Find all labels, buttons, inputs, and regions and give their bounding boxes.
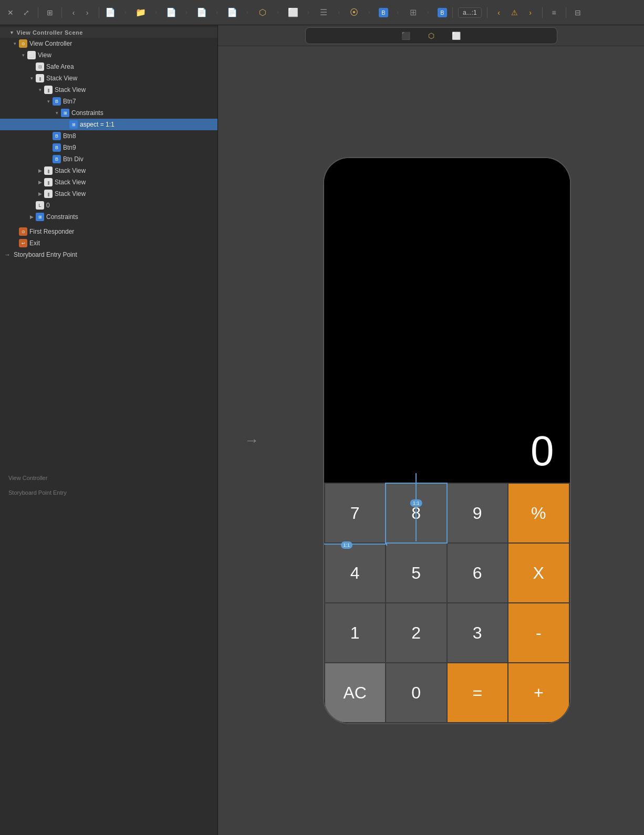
storyboard-entry-item[interactable]: → Storyboard Entry Point — [0, 249, 217, 260]
toolbar-separator-4 — [452, 7, 453, 18]
toolbar-separator-5 — [487, 7, 487, 18]
tree-item-stack-view-5[interactable]: ||| Stack View — [0, 188, 217, 200]
chevron-right-icon-11: › — [422, 6, 434, 19]
label-0-icon: L — [36, 201, 44, 210]
disclosure-btn9 — [44, 143, 53, 152]
btn7-icon: B — [53, 97, 61, 106]
calc-btn-2[interactable]: 2 — [386, 603, 446, 662]
display-number: 0 — [531, 430, 554, 472]
stack-view-2-icon: ||| — [44, 86, 53, 94]
menu-icon[interactable]: ≡ — [548, 6, 560, 19]
calc-btn-8[interactable]: 81:1 — [386, 484, 446, 542]
square-icon[interactable]: ⬜ — [287, 7, 299, 18]
expand-icon[interactable]: ⤢ — [20, 6, 33, 19]
file-icon-4[interactable]: 📄 — [226, 7, 238, 18]
tree-item-stack-view-4[interactable]: ||| Stack View — [0, 176, 217, 188]
tree-item-view[interactable]: ⬜ View — [0, 49, 217, 61]
tree-item-stack-view-2[interactable]: ||| Stack View — [0, 84, 217, 96]
tree-item-stack-view-1[interactable]: ||| Stack View — [0, 72, 217, 84]
file-icon-1[interactable]: 📄 — [105, 7, 116, 18]
aspect-icon: ⊞ — [69, 120, 78, 129]
forward2-icon[interactable]: › — [524, 6, 537, 19]
tree-item-btn7[interactable]: B Btn7 — [0, 96, 217, 107]
warning-icon[interactable]: ⚠ — [508, 6, 521, 19]
calc-btn-[interactable]: = — [448, 663, 508, 722]
grid2-icon[interactable]: ⊞ — [407, 7, 419, 18]
calc-btn-3[interactable]: 3 — [448, 603, 508, 662]
toolbar-separator-1 — [38, 7, 38, 18]
tree-item-btn9[interactable]: B Btn9 — [0, 142, 217, 153]
calc-btn-ac[interactable]: AC — [325, 663, 386, 722]
nav-back-forward: ‹ › — [67, 6, 94, 19]
file-icon-2[interactable]: 📄 — [165, 7, 177, 18]
scene-disclosure[interactable]: ▾ — [11, 30, 14, 35]
tree-item-aspect[interactable]: ⊞ aspect = 1:1 — [0, 119, 217, 130]
view-controller-icon: ⊙ — [19, 39, 27, 48]
content-area: ⬛ ⬡ ⬜ → 0 — [218, 25, 644, 835]
chevron-right-icon-1: › — [119, 6, 132, 19]
label-btn8: Btn8 — [63, 132, 76, 140]
calc-btn-1[interactable]: 1 — [325, 603, 386, 662]
tree-item-constraints[interactable]: ⊞ Constraints — [0, 107, 217, 119]
calc-btn-7[interactable]: 71:1 — [325, 484, 386, 542]
label-btn9: Btn9 — [63, 144, 76, 151]
btn-div-icon: B — [53, 155, 61, 163]
close-icon[interactable]: ✕ — [4, 6, 17, 19]
file-icon-3[interactable]: 📄 — [196, 7, 207, 18]
forward-button[interactable]: › — [81, 6, 94, 19]
tree-item-exit[interactable]: ↩ Exit — [0, 237, 217, 249]
label-safe-area: Safe Area — [46, 63, 74, 70]
calc-grid: 71:181:19%456X123-AC0=+ — [324, 483, 570, 723]
calc-btn-6[interactable]: 6 — [448, 544, 508, 602]
circle-icon[interactable]: ⦿ — [348, 7, 360, 18]
stack-view-3-icon: ||| — [44, 166, 53, 175]
disclosure-stack-3 — [36, 166, 44, 175]
tree-item-safe-area[interactable]: ⊡ Safe Area — [0, 61, 217, 72]
hex-icon[interactable]: ⬡ — [257, 7, 268, 18]
list-icon[interactable]: ☰ — [318, 7, 329, 18]
label-constraints-2: Constraints — [46, 213, 78, 221]
disclosure-constraints — [53, 109, 61, 117]
tree-item-btn-div[interactable]: B Btn Div — [0, 153, 217, 165]
picker-btn-media[interactable]: ⬜ — [449, 28, 464, 43]
calc-btn-5[interactable]: 5 — [386, 544, 446, 602]
btn8-icon: B — [53, 132, 61, 140]
back-icon[interactable]: ‹ — [493, 6, 505, 19]
calc-btn-9[interactable]: 9 — [448, 484, 508, 542]
tree-item-first-responder[interactable]: ⊙ First Responder — [0, 226, 217, 237]
scene-header: ▾ View Controller Scene — [0, 27, 217, 38]
tree-item-constraints-2[interactable]: ⊞ Constraints — [0, 211, 217, 223]
view-controller-bottom-label: View Controller — [8, 475, 47, 481]
disclosure-label-0 — [27, 201, 36, 210]
picker-btn-object[interactable]: ⬡ — [424, 28, 439, 43]
calc-btn-[interactable]: + — [508, 663, 569, 722]
storyboard-arrow: → — [244, 432, 259, 449]
tree-item-view-controller[interactable]: ⊙ View Controller — [0, 38, 217, 49]
folder-icon[interactable]: 📁 — [135, 7, 147, 18]
scheme-label[interactable]: a...:1 — [458, 7, 482, 18]
stack-view-5-icon: ||| — [44, 190, 53, 198]
calc-btn-[interactable]: - — [508, 603, 569, 662]
b-icon[interactable]: B — [379, 8, 388, 17]
disclosure-stack-5 — [36, 190, 44, 198]
picker-btn-stop[interactable]: ⬛ — [399, 28, 413, 43]
main-area: ▾ View Controller Scene ⊙ View Controlle… — [0, 25, 644, 835]
calc-btn-0[interactable]: 0 — [386, 663, 446, 722]
disclosure-stack-4 — [36, 178, 44, 186]
tree-item-label-0[interactable]: L 0 — [0, 200, 217, 211]
chevron-right-icon-6: › — [272, 6, 284, 19]
calc-btn-[interactable]: % — [508, 484, 569, 542]
calc-btn-x[interactable]: X — [508, 544, 569, 602]
panel-icon[interactable]: ⊟ — [572, 6, 584, 19]
tree-item-btn8[interactable]: B Btn8 — [0, 130, 217, 142]
toolbar: ✕ ⤢ ⊞ ‹ › 📄 › 📁 › 📄 › 📄 › 📄 › ⬡ › ⬜ › ☰ … — [0, 0, 644, 25]
calc-btn-4[interactable]: 4 — [325, 544, 386, 602]
bottom-label-area: View Controller — [0, 471, 217, 485]
disclosure-view — [19, 51, 27, 59]
disclosure-safe-area — [27, 62, 36, 71]
storyboard-arrow-icon: → — [4, 251, 11, 258]
tree-item-stack-view-3[interactable]: ||| Stack View — [0, 165, 217, 176]
grid-icon[interactable]: ⊞ — [44, 6, 56, 19]
b2-icon[interactable]: B — [438, 8, 447, 17]
back-button[interactable]: ‹ — [67, 6, 80, 19]
